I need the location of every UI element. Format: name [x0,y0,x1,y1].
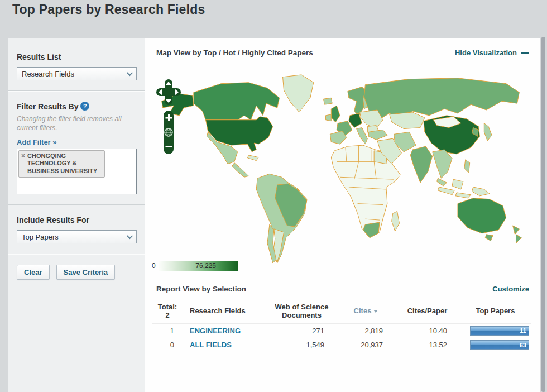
cites-sort-control[interactable]: Cites [354,307,378,315]
sort-arrow-icon [373,310,378,313]
customize-link[interactable]: Customize [492,285,529,293]
country-australia [458,198,506,233]
legend-max-value: 76,225 [181,262,216,270]
table-body: 1 ENGINEERING 271 2,819 10.40 11 0 ALL F… [152,323,531,352]
row-rank: 1 [152,327,183,335]
country-greenland [283,75,314,112]
country-south-africa [363,222,380,238]
wos-documents-value: 1,549 [267,341,337,349]
country-madagascar [392,211,400,231]
add-filter-link[interactable]: Add Filter » [17,138,57,146]
country-cuba [247,155,258,161]
report-view-title: Report View by Selection [156,285,246,293]
column-header-cites: Cites [337,307,395,315]
total-label: Total: [152,303,183,312]
country-iceland [323,98,332,104]
pan-control[interactable] [156,79,181,105]
top-papers-bar[interactable]: 11 [470,326,529,336]
report-table: Total: 2 Research Fields Web of Science … [145,299,540,352]
page-title: Top Papers by Research Fields [12,2,205,17]
country-southeast-asia [433,150,452,178]
country-new-zealand-north [513,226,520,235]
help-icon[interactable]: ? [80,102,89,111]
country-tasmania [485,235,493,241]
cites-label: Cites [354,307,372,315]
row-rank: 0 [152,341,183,349]
country-kazakhstan [390,112,425,129]
total-header: Total: 2 [152,303,183,320]
include-results-selected-value: Top Papers [22,233,59,241]
column-header-research-fields: Research Fields [183,307,267,315]
results-list-heading: Results List [17,52,137,61]
country-philippines [464,160,470,173]
zoom-control[interactable] [164,111,174,154]
content-area: Results List Research Fields Filter Resu… [8,38,540,392]
include-results-select[interactable]: Top Papers [17,230,137,243]
table-row: 1 ENGINEERING 271 2,819 10.40 11 [152,323,531,338]
clear-button[interactable]: Clear [17,265,50,280]
sidebar-divider [8,204,145,205]
country-java [455,193,471,198]
research-field-link[interactable]: ALL FIELDS [183,341,267,349]
column-header-wos-documents: Web of Science Documents [267,303,337,320]
main-panel: Map View by Top / Hot / Highly Cited Pap… [145,38,540,392]
country-central-america [232,163,249,178]
cites-value: 2,819 [337,327,395,335]
legend-min-value: 0 [152,262,156,270]
top-papers-bar[interactable]: 63 [470,340,529,350]
hide-visualization-link[interactable]: Hide Visualization [455,49,529,57]
country-sumatra [438,187,455,195]
map-controls [156,79,181,155]
country-malaysia [437,178,447,186]
save-criteria-button[interactable]: Save Criteria [56,265,116,280]
country-usa [206,117,273,152]
cites-value: 20,937 [337,341,395,349]
country-new-zealand-south [516,235,521,243]
filter-note: Changing the filter field removes all cu… [17,115,137,132]
filter-tag: × CHONGQING TECHNOLOGY & BUSINESS UNIVER… [18,150,105,178]
results-list-select[interactable]: Research Fields [17,67,137,80]
sidebar: Results List Research Fields Filter Resu… [8,38,145,392]
table-header-row: Total: 2 Research Fields Web of Science … [152,300,531,323]
map-view-title: Map View by Top / Hot / Highly Cited Pap… [156,49,313,57]
remove-filter-icon[interactable]: × [21,152,25,160]
hide-visualization-label: Hide Visualization [455,49,517,57]
world-map-visualization[interactable]: 0 76,225 [145,68,540,279]
filter-results-heading: Filter Results By? [17,102,137,111]
wos-documents-value: 271 [267,327,337,335]
include-results-heading: Include Results For [17,216,137,224]
table-row: 0 ALL FIELDS 1,549 20,937 13.52 63 [152,338,531,352]
country-ireland [325,114,331,121]
minus-icon [521,52,529,54]
country-borneo [452,179,463,189]
country-uk [331,106,340,122]
column-header-cites-per-paper: Cites/Paper [395,307,459,315]
country-italy [357,128,368,145]
map-legend: 0 76,225 [152,261,238,271]
legend-gradient-bar: 76,225 [159,261,238,271]
cites-per-paper-value: 13.52 [395,341,459,349]
visualization-header: Map View by Top / Hot / Highly Cited Pap… [145,38,540,68]
filter-tag-label: CHONGQING TECHNOLOGY & BUSINESS UNIVERSI… [27,152,100,175]
country-india [410,146,432,183]
column-header-top-papers: Top Papers [459,307,531,315]
zoom-out-button[interactable] [166,146,172,147]
filter-results-label: Filter Results By [17,102,78,111]
world-map-svg [150,69,535,266]
country-canada [194,83,280,120]
chevron-down-icon [127,233,133,239]
sidebar-divider [8,90,145,92]
research-field-link[interactable]: ENGINEERING [183,327,267,335]
cites-per-paper-value: 10.40 [395,327,459,335]
chevron-down-icon [127,70,133,76]
country-new-guinea [472,187,490,196]
country-germany [349,113,362,128]
vertical-scrollbar[interactable] [541,37,545,392]
country-russia [364,78,519,120]
sidebar-divider [8,254,145,255]
country-japan [484,123,492,141]
active-filters-box: × CHONGQING TECHNOLOGY & BUSINESS UNIVER… [17,149,137,194]
report-header: Report View by Selection Customize [145,279,540,299]
total-count: 2 [152,312,183,320]
results-list-selected-value: Research Fields [22,70,74,78]
